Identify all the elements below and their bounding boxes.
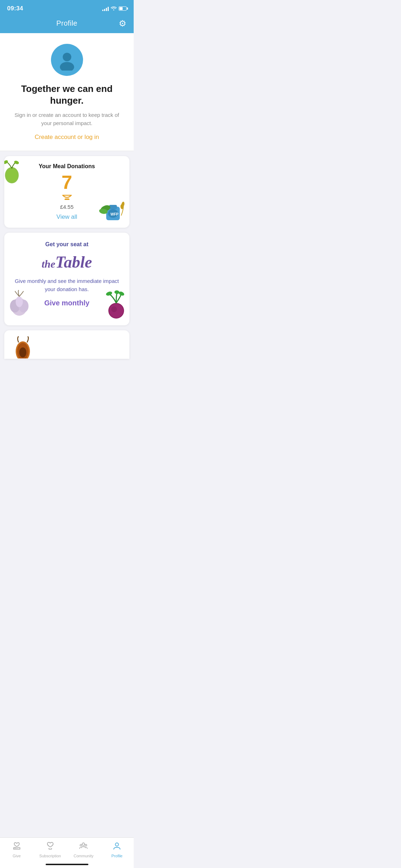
status-bar: 09:34 [0, 0, 134, 16]
bowl-icon [62, 193, 72, 202]
meal-amount: £4.55 [60, 204, 74, 210]
meal-donations-card: Your Meal Donations 7 £4.55 View all WFP [4, 156, 129, 228]
the-table-card: Get your seat at theTable Give monthly a… [4, 233, 129, 325]
garlic-decoration [8, 288, 31, 318]
svg-point-4 [4, 160, 9, 165]
wifi-icon [111, 6, 117, 11]
logo-table: Table [55, 253, 92, 271]
status-icons [102, 6, 127, 11]
svg-text:WFP: WFP [110, 212, 119, 216]
tagline: Together we can end hunger. [11, 83, 123, 106]
svg-point-20 [16, 296, 23, 307]
sub-tagline: Sign in or create an account to keep tra… [11, 111, 123, 127]
profile-section: Together we can end hunger. Sign in or c… [0, 33, 134, 151]
give-monthly-link[interactable]: Give monthly [44, 299, 89, 307]
create-account-link[interactable]: Create account or log in [35, 134, 99, 141]
svg-point-23 [111, 306, 117, 312]
the-table-logo: theTable [42, 253, 92, 272]
grains-decoration: WFP [99, 198, 128, 224]
page-header: Profile ⚙ [0, 16, 134, 33]
svg-point-5 [14, 160, 19, 165]
view-all-link[interactable]: View all [56, 213, 77, 221]
svg-point-0 [63, 53, 71, 61]
olive-decoration [4, 160, 27, 186]
meal-donations-title: Your Meal Donations [39, 163, 95, 170]
logo-the: the [42, 258, 55, 270]
settings-icon[interactable]: ⚙ [119, 19, 127, 29]
signal-icon [102, 6, 109, 11]
svg-point-1 [60, 62, 74, 71]
partial-card [4, 330, 129, 359]
svg-rect-8 [65, 199, 70, 200]
svg-point-3 [6, 169, 18, 182]
battery-icon [119, 6, 127, 11]
get-seat-text: Get your seat at [45, 241, 88, 248]
svg-point-25 [114, 290, 120, 294]
svg-point-29 [19, 347, 26, 357]
beet-decoration [103, 290, 126, 320]
meal-count: 7 [61, 172, 72, 192]
header-title: Profile [56, 19, 77, 27]
status-time: 09:34 [7, 5, 23, 12]
avatar [51, 44, 83, 76]
